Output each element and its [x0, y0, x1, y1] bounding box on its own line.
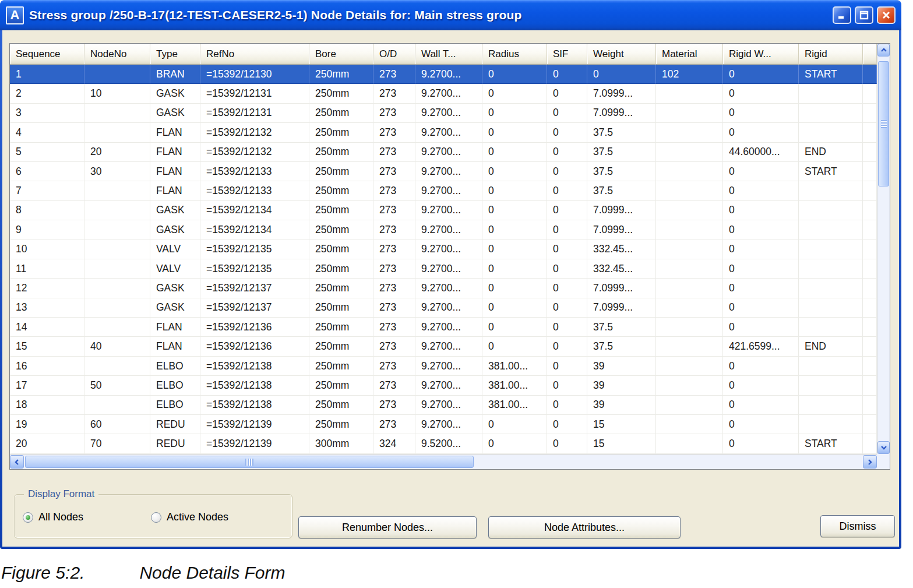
table-cell[interactable]: 273	[373, 104, 415, 123]
table-cell[interactable]: =15392/12139	[200, 415, 309, 434]
table-cell[interactable]	[799, 376, 863, 395]
table-cell[interactable]: 15	[587, 434, 656, 453]
table-cell[interactable]: VALV	[150, 259, 200, 279]
table-cell[interactable]: 60	[84, 415, 150, 434]
table-cell[interactable]: START	[799, 434, 863, 453]
table-cell[interactable]: =15392/12137	[200, 279, 309, 298]
table-cell[interactable]: 273	[373, 279, 415, 298]
table-cell[interactable]: 9.2700...	[415, 181, 482, 200]
table-cell[interactable]: 16	[10, 357, 84, 376]
table-cell[interactable]	[799, 415, 863, 434]
table-cell[interactable]: GASK	[150, 298, 200, 318]
table-cell[interactable]: 250mm	[309, 376, 373, 395]
column-header-type[interactable]: Type	[150, 44, 200, 65]
table-cell[interactable]: 0	[547, 181, 587, 200]
table-cell[interactable]: 19	[10, 415, 84, 434]
table-cell[interactable]: 0	[547, 415, 587, 434]
renumber-nodes-button[interactable]: Renumber Nodes...	[298, 516, 477, 538]
table-cell[interactable]	[799, 357, 863, 376]
table-cell[interactable]: 0	[723, 434, 799, 453]
table-cell[interactable]: 30	[84, 162, 150, 181]
table-cell[interactable]	[656, 220, 723, 240]
table-row[interactable]: 1540FLAN=15392/12136250mm2739.2700...003…	[10, 337, 877, 356]
minimize-button[interactable]	[833, 6, 851, 24]
table-cell[interactable]: =15392/12134	[200, 220, 309, 240]
table-cell[interactable]	[656, 143, 723, 162]
table-cell[interactable]	[799, 220, 863, 240]
table-cell[interactable]: =15392/12131	[200, 84, 309, 103]
table-row[interactable]: 630FLAN=15392/12133250mm2739.2700...0037…	[10, 162, 877, 181]
table-cell[interactable]: 0	[482, 84, 547, 103]
table-cell[interactable]	[656, 201, 723, 220]
table-cell[interactable]: 0	[482, 337, 547, 356]
table-row[interactable]: 1750ELBO=15392/12138250mm2739.2700...381…	[10, 376, 877, 395]
vertical-scroll-thumb[interactable]	[878, 61, 889, 186]
table-row[interactable]: 14FLAN=15392/12136250mm2739.2700...0037.…	[10, 318, 877, 337]
table-cell[interactable]: 300mm	[309, 434, 373, 453]
table-cell[interactable]: 0	[723, 181, 799, 200]
table-cell[interactable]: 20	[10, 434, 84, 453]
table-cell[interactable]: 7.0999...	[587, 279, 656, 298]
table-cell[interactable]: 2	[10, 84, 84, 103]
table-row[interactable]: 9GASK=15392/12134250mm2739.2700...007.09…	[10, 220, 877, 240]
table-row[interactable]: 7FLAN=15392/12133250mm2739.2700...0037.5…	[10, 181, 877, 200]
table-cell[interactable]: VALV	[150, 240, 200, 259]
table-cell[interactable]: 10	[10, 240, 84, 259]
table-cell[interactable]: FLAN	[150, 318, 200, 337]
table-cell[interactable]: 0	[547, 143, 587, 162]
table-cell[interactable]: 39	[587, 376, 656, 395]
table-cell[interactable]: 11	[10, 259, 84, 279]
table-cell[interactable]	[656, 318, 723, 337]
table-cell[interactable]: 250mm	[309, 220, 373, 240]
table-cell[interactable]: 0	[723, 240, 799, 259]
title-bar[interactable]: A Stress group /250-B-17(12-TEST-CAESER2…	[0, 0, 901, 30]
table-cell[interactable]: =15392/12139	[200, 434, 309, 453]
table-cell[interactable]	[656, 123, 723, 142]
table-cell[interactable]	[656, 84, 723, 103]
table-cell[interactable]: 10	[84, 84, 150, 103]
table-cell[interactable]: 250mm	[309, 162, 373, 181]
table-row[interactable]: 1960REDU=15392/12139250mm2739.2700...001…	[10, 415, 877, 434]
table-cell[interactable]: 273	[373, 143, 415, 162]
table-cell[interactable]: 250mm	[309, 201, 373, 220]
column-header-refno[interactable]: RefNo	[200, 44, 309, 65]
table-cell[interactable]	[656, 259, 723, 279]
table-cell[interactable]: 9.2700...	[415, 201, 482, 220]
table-cell[interactable]: 7	[10, 181, 84, 200]
table-cell[interactable]: 9.2700...	[415, 396, 482, 415]
table-cell[interactable]: 381.00...	[482, 376, 547, 395]
table-cell[interactable]: 0	[547, 396, 587, 415]
table-cell[interactable]: 250mm	[309, 357, 373, 376]
column-header-rigid[interactable]: Rigid	[799, 44, 863, 65]
table-cell[interactable]: 15	[587, 415, 656, 434]
table-cell[interactable]: 0	[723, 298, 799, 318]
table-cell[interactable]	[656, 396, 723, 415]
table-cell[interactable]: 324	[373, 434, 415, 453]
table-cell[interactable]: GASK	[150, 201, 200, 220]
table-cell[interactable]: 0	[482, 143, 547, 162]
table-row[interactable]: 13GASK=15392/12137250mm2739.2700...007.0…	[10, 298, 877, 318]
table-cell[interactable]: 0	[482, 434, 547, 453]
table-cell[interactable]: 8	[10, 201, 84, 220]
table-cell[interactable]: 250mm	[309, 240, 373, 259]
column-header-rigid-w[interactable]: Rigid W...	[723, 44, 799, 65]
table-cell[interactable]: 37.5	[587, 337, 656, 356]
table-cell[interactable]: 0	[723, 220, 799, 240]
table-cell[interactable]: 0	[723, 123, 799, 142]
table-cell[interactable]: 37.5	[587, 318, 656, 337]
table-cell[interactable]: 250mm	[309, 65, 373, 84]
scroll-left-button[interactable]	[10, 455, 24, 469]
maximize-button[interactable]	[855, 6, 873, 24]
table-cell[interactable]: 0	[547, 376, 587, 395]
table-cell[interactable]: BRAN	[150, 65, 200, 84]
table-cell[interactable]: 102	[656, 65, 723, 84]
table-cell[interactable]: 250mm	[309, 181, 373, 200]
table-cell[interactable]: 0	[482, 162, 547, 181]
table-cell[interactable]: 6	[10, 162, 84, 181]
table-cell[interactable]: 9.2700...	[415, 357, 482, 376]
table-row[interactable]: 520FLAN=15392/12132250mm2739.2700...0037…	[10, 143, 877, 162]
table-cell[interactable]: 9.2700...	[415, 337, 482, 356]
table-cell[interactable]: =15392/12132	[200, 123, 309, 142]
table-cell[interactable]: 9.2700...	[415, 84, 482, 103]
table-cell[interactable]: 273	[373, 298, 415, 318]
